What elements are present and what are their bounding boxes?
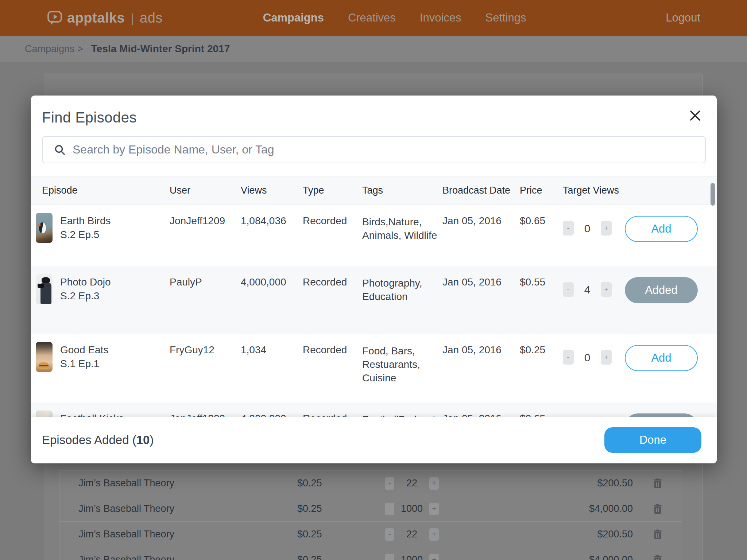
episode-row: Good Eats S.1 Ep.1 FryGuy12 1,034 Record… bbox=[31, 334, 717, 402]
delete-trash-icon[interactable] bbox=[653, 529, 662, 540]
episode-tags: Photography, Education bbox=[362, 266, 442, 334]
decrement-button[interactable]: - bbox=[385, 554, 394, 560]
added-episode-button[interactable]: Added bbox=[625, 413, 698, 417]
search-input[interactable] bbox=[72, 143, 705, 157]
add-episode-button[interactable]: Add bbox=[625, 345, 698, 371]
column-header-target-views: Target Views bbox=[563, 185, 625, 196]
column-header-views: Views bbox=[241, 185, 303, 196]
episode-type: Recorded bbox=[303, 205, 362, 266]
brand-logo[interactable]: apptalks | ads bbox=[47, 9, 163, 26]
episode-price: $0.25 bbox=[297, 529, 385, 540]
column-header-type: Type bbox=[303, 185, 362, 196]
column-header-broadcast-date: Broadcast Date bbox=[442, 185, 520, 196]
decrement-button[interactable]: - bbox=[385, 477, 394, 490]
decrement-button[interactable]: - bbox=[385, 503, 394, 515]
episode-views: 1,034 bbox=[241, 334, 303, 402]
close-icon[interactable] bbox=[688, 109, 702, 122]
table-row: Jim’s Baseball Theory $0.25 - 22 + $200.… bbox=[59, 470, 682, 496]
modal-footer: Episodes Added (10) Done bbox=[31, 417, 717, 463]
episode-total: $4,000.00 bbox=[505, 503, 633, 514]
speech-bubble-play-icon bbox=[47, 9, 63, 26]
table-row: Jim’s Baseball Theory $0.25 - 22 + $200.… bbox=[59, 521, 682, 547]
add-episode-button[interactable]: Add bbox=[625, 216, 698, 242]
increment-button[interactable]: + bbox=[601, 221, 612, 236]
target-views-value: 4 bbox=[574, 282, 601, 296]
episode-name: Good Eats bbox=[60, 343, 108, 357]
episode-name: Jim’s Baseball Theory bbox=[59, 554, 297, 560]
episode-views: 4,000,000 bbox=[241, 402, 303, 417]
search-icon bbox=[54, 144, 65, 155]
app-viewport: apptalks | ads Campaigns Creatives Invoi… bbox=[0, 0, 747, 560]
episode-broadcast-date: Jan 05, 2016 bbox=[442, 266, 520, 334]
increment-button[interactable]: + bbox=[429, 503, 439, 515]
delete-trash-icon[interactable] bbox=[653, 504, 662, 514]
episode-tags: Food, Bars, Restuarants, Cuisine bbox=[362, 334, 442, 402]
nav-menu: Campaigns Creatives Invoices Settings bbox=[263, 11, 526, 24]
done-button[interactable]: Done bbox=[604, 427, 701, 453]
decrement-button[interactable]: - bbox=[385, 528, 394, 541]
episode-price: $0.55 bbox=[520, 266, 563, 334]
modal-scrollbar-thumb[interactable] bbox=[711, 183, 715, 206]
episode-price: $0.25 bbox=[297, 478, 385, 489]
modal-title: Find Episodes bbox=[42, 109, 137, 126]
brand-name: apptalks bbox=[67, 10, 125, 26]
episode-user: FryGuy12 bbox=[170, 334, 241, 402]
episode-name: Jim’s Baseball Theory bbox=[59, 478, 297, 489]
target-views-stepper: - 0 + bbox=[563, 205, 625, 266]
nav-item-settings[interactable]: Settings bbox=[485, 11, 526, 24]
episode-views: 4,000,000 bbox=[241, 266, 303, 334]
episode-price: $0.25 bbox=[520, 334, 563, 402]
increment-button[interactable]: + bbox=[429, 554, 439, 560]
decrement-button[interactable]: - bbox=[563, 350, 574, 365]
burger-episode-thumbnail bbox=[36, 342, 53, 372]
quantity-stepper: - 22 + bbox=[385, 528, 505, 541]
quantity-stepper: - 1000 + bbox=[385, 554, 505, 560]
episode-tags: Birds,Nature, Animals, Wildlife bbox=[362, 205, 442, 266]
episode-name: Football Kicks bbox=[60, 412, 124, 417]
episode-type: Recorded bbox=[303, 334, 362, 402]
decrement-button[interactable]: - bbox=[563, 221, 574, 236]
added-episode-button[interactable]: Added bbox=[625, 277, 698, 303]
episode-total: $200.50 bbox=[505, 529, 633, 540]
increment-button[interactable]: + bbox=[429, 528, 439, 541]
column-header-episode: Episode bbox=[31, 185, 170, 196]
puffin-episode-thumbnail bbox=[36, 213, 53, 243]
episode-row: Earth Birds S.2 Ep.5 JonJeff1209 1,084,0… bbox=[31, 205, 717, 266]
episode-name: Photo Dojo bbox=[60, 275, 111, 289]
logout-link[interactable]: Logout bbox=[666, 11, 700, 24]
episode-row: Football Kicks JonJeff1209 4,000,000 Rec… bbox=[31, 402, 717, 417]
increment-button[interactable]: + bbox=[601, 282, 612, 297]
nav-item-invoices[interactable]: Invoices bbox=[420, 11, 461, 24]
breadcrumb-campaigns-link[interactable]: Campaigns > bbox=[25, 43, 83, 55]
breadcrumb: Campaigns > Tesla Mid-Winter Sprint 2017 bbox=[0, 36, 747, 62]
episode-total: $4,000.00 bbox=[505, 554, 633, 560]
episode-season: S.2 Ep.5 bbox=[60, 228, 111, 242]
episode-price: $0.65 bbox=[520, 205, 563, 266]
find-episodes-modal: Find Episodes Episode User Views Type Ta… bbox=[31, 96, 717, 463]
campaign-episodes-table: Jim’s Baseball Theory $0.25 - 22 + $200.… bbox=[59, 470, 682, 560]
episode-broadcast-date: Jan 05, 2016 bbox=[442, 402, 520, 417]
increment-button[interactable]: + bbox=[601, 350, 612, 365]
episode-tags: FootballPodcast bbox=[362, 402, 442, 417]
column-header-tags: Tags bbox=[362, 185, 442, 196]
quantity-stepper: - 22 + bbox=[385, 477, 505, 490]
episodes-added-count: 10 bbox=[136, 433, 150, 447]
nav-item-campaigns[interactable]: Campaigns bbox=[263, 11, 324, 24]
column-header-user: User bbox=[170, 185, 241, 196]
episode-user: PaulyP bbox=[170, 266, 241, 334]
delete-trash-icon[interactable] bbox=[653, 478, 662, 489]
episode-name: Earth Birds bbox=[60, 214, 111, 228]
episode-row: Photo Dojo S.2 Ep.3 PaulyP 4,000,000 Rec… bbox=[31, 266, 717, 334]
target-views-stepper: - 4 + bbox=[563, 266, 625, 334]
episode-type: Recorded bbox=[303, 266, 362, 334]
nav-item-creatives[interactable]: Creatives bbox=[348, 11, 396, 24]
decrement-button[interactable]: - bbox=[563, 282, 574, 297]
breadcrumb-current-page: Tesla Mid-Winter Sprint 2017 bbox=[91, 43, 230, 55]
quantity-value: 1000 bbox=[394, 554, 429, 560]
episode-broadcast-date: Jan 05, 2016 bbox=[442, 205, 520, 266]
delete-trash-icon[interactable] bbox=[653, 555, 662, 560]
increment-button[interactable]: + bbox=[429, 477, 439, 490]
search-bar bbox=[42, 136, 706, 163]
target-views-value: 0 bbox=[574, 350, 601, 364]
episodes-added-label: Episodes Added (10) bbox=[42, 433, 154, 447]
